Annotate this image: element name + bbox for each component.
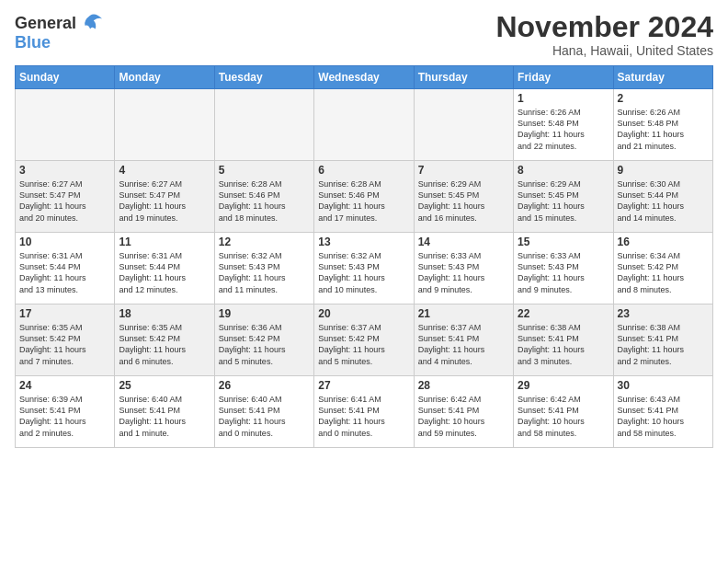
table-row: 8Sunrise: 6:29 AM Sunset: 5:45 PM Daylig… [514, 161, 613, 233]
table-row: 2Sunrise: 6:26 AM Sunset: 5:48 PM Daylig… [613, 89, 712, 161]
calendar-week-row: 17Sunrise: 6:35 AM Sunset: 5:42 PM Dayli… [16, 304, 713, 376]
day-info: Sunrise: 6:35 AM Sunset: 5:42 PM Dayligh… [19, 322, 110, 367]
table-row: 22Sunrise: 6:38 AM Sunset: 5:41 PM Dayli… [514, 304, 613, 376]
table-row: 30Sunrise: 6:43 AM Sunset: 5:41 PM Dayli… [613, 376, 712, 448]
day-number: 13 [318, 236, 409, 248]
day-number: 16 [618, 236, 709, 248]
table-row: 3Sunrise: 6:27 AM Sunset: 5:47 PM Daylig… [16, 161, 115, 233]
table-row [314, 89, 414, 161]
table-row: 16Sunrise: 6:34 AM Sunset: 5:42 PM Dayli… [613, 233, 712, 304]
day-number: 19 [219, 307, 310, 320]
day-info: Sunrise: 6:33 AM Sunset: 5:43 PM Dayligh… [418, 250, 509, 295]
table-row [16, 89, 115, 161]
header-monday: Monday [115, 66, 214, 89]
day-number: 29 [518, 379, 609, 392]
day-info: Sunrise: 6:30 AM Sunset: 5:44 PM Dayligh… [618, 178, 709, 224]
table-row: 25Sunrise: 6:40 AM Sunset: 5:41 PM Dayli… [115, 376, 214, 448]
table-row: 14Sunrise: 6:33 AM Sunset: 5:43 PM Dayli… [414, 233, 513, 304]
table-row: 28Sunrise: 6:42 AM Sunset: 5:41 PM Dayli… [414, 376, 513, 448]
day-number: 14 [418, 236, 509, 248]
table-row: 21Sunrise: 6:37 AM Sunset: 5:41 PM Dayli… [414, 304, 513, 376]
day-number: 10 [19, 236, 110, 248]
calendar-week-row: 1Sunrise: 6:26 AM Sunset: 5:48 PM Daylig… [16, 89, 713, 161]
day-info: Sunrise: 6:34 AM Sunset: 5:42 PM Dayligh… [618, 250, 709, 295]
day-info: Sunrise: 6:32 AM Sunset: 5:43 PM Dayligh… [219, 250, 310, 295]
logo-text-block: General Blue [15, 11, 104, 52]
day-info: Sunrise: 6:42 AM Sunset: 5:41 PM Dayligh… [518, 394, 609, 439]
day-number: 2 [618, 92, 709, 105]
table-row: 11Sunrise: 6:31 AM Sunset: 5:44 PM Dayli… [115, 233, 214, 304]
table-row: 29Sunrise: 6:42 AM Sunset: 5:41 PM Dayli… [514, 376, 613, 448]
day-info: Sunrise: 6:43 AM Sunset: 5:41 PM Dayligh… [618, 394, 709, 439]
location: Hana, Hawaii, United States [495, 43, 713, 58]
day-info: Sunrise: 6:31 AM Sunset: 5:44 PM Dayligh… [119, 250, 210, 295]
day-info: Sunrise: 6:40 AM Sunset: 5:41 PM Dayligh… [119, 394, 210, 439]
month-title: November 2024 [495, 11, 713, 43]
day-number: 12 [219, 236, 310, 248]
calendar-week-row: 3Sunrise: 6:27 AM Sunset: 5:47 PM Daylig… [16, 161, 713, 233]
day-info: Sunrise: 6:28 AM Sunset: 5:46 PM Dayligh… [318, 178, 409, 224]
table-row: 17Sunrise: 6:35 AM Sunset: 5:42 PM Dayli… [16, 304, 115, 376]
main-container: General Blue November 2024 Hana, Hawaii,… [0, 0, 728, 455]
day-info: Sunrise: 6:38 AM Sunset: 5:41 PM Dayligh… [518, 322, 609, 367]
logo-general: General [15, 15, 76, 33]
header-tuesday: Tuesday [214, 66, 313, 89]
day-info: Sunrise: 6:29 AM Sunset: 5:45 PM Dayligh… [418, 178, 509, 224]
header-sunday: Sunday [16, 66, 115, 89]
day-number: 30 [618, 379, 709, 392]
weekday-header-row: Sunday Monday Tuesday Wednesday Thursday… [16, 66, 713, 89]
title-block: November 2024 Hana, Hawaii, United State… [495, 11, 713, 58]
day-info: Sunrise: 6:33 AM Sunset: 5:43 PM Dayligh… [518, 250, 609, 295]
table-row: 26Sunrise: 6:40 AM Sunset: 5:41 PM Dayli… [214, 376, 313, 448]
header-thursday: Thursday [414, 66, 513, 89]
table-row: 15Sunrise: 6:33 AM Sunset: 5:43 PM Dayli… [514, 233, 613, 304]
day-info: Sunrise: 6:36 AM Sunset: 5:42 PM Dayligh… [219, 322, 310, 367]
day-number: 23 [618, 307, 709, 320]
day-info: Sunrise: 6:28 AM Sunset: 5:46 PM Dayligh… [219, 178, 310, 224]
day-number: 21 [418, 307, 509, 320]
header-wednesday: Wednesday [314, 66, 414, 89]
table-row: 20Sunrise: 6:37 AM Sunset: 5:42 PM Dayli… [314, 304, 414, 376]
day-info: Sunrise: 6:26 AM Sunset: 5:48 PM Dayligh… [518, 107, 609, 152]
day-info: Sunrise: 6:27 AM Sunset: 5:47 PM Dayligh… [19, 178, 110, 224]
table-row: 6Sunrise: 6:28 AM Sunset: 5:46 PM Daylig… [314, 161, 414, 233]
day-number: 7 [418, 164, 509, 177]
logo: General Blue [15, 11, 104, 52]
day-info: Sunrise: 6:39 AM Sunset: 5:41 PM Dayligh… [19, 394, 110, 439]
day-number: 5 [219, 164, 310, 177]
day-info: Sunrise: 6:35 AM Sunset: 5:42 PM Dayligh… [119, 322, 210, 367]
day-info: Sunrise: 6:27 AM Sunset: 5:47 PM Dayligh… [119, 178, 210, 224]
table-row: 19Sunrise: 6:36 AM Sunset: 5:42 PM Dayli… [214, 304, 313, 376]
day-number: 4 [119, 164, 210, 177]
table-row [414, 89, 513, 161]
table-row: 13Sunrise: 6:32 AM Sunset: 5:43 PM Dayli… [314, 233, 414, 304]
day-number: 28 [418, 379, 509, 392]
day-number: 25 [119, 379, 210, 392]
day-number: 24 [19, 379, 110, 392]
day-number: 11 [119, 236, 210, 248]
calendar-table: Sunday Monday Tuesday Wednesday Thursday… [15, 65, 713, 448]
table-row: 1Sunrise: 6:26 AM Sunset: 5:48 PM Daylig… [514, 89, 613, 161]
day-info: Sunrise: 6:26 AM Sunset: 5:48 PM Dayligh… [618, 107, 709, 152]
table-row: 27Sunrise: 6:41 AM Sunset: 5:41 PM Dayli… [314, 376, 414, 448]
table-row: 18Sunrise: 6:35 AM Sunset: 5:42 PM Dayli… [115, 304, 214, 376]
header-saturday: Saturday [613, 66, 712, 89]
table-row: 5Sunrise: 6:28 AM Sunset: 5:46 PM Daylig… [214, 161, 313, 233]
day-number: 27 [318, 379, 409, 392]
day-number: 3 [19, 164, 110, 177]
table-row [214, 89, 313, 161]
day-info: Sunrise: 6:41 AM Sunset: 5:41 PM Dayligh… [318, 394, 409, 439]
calendar-week-row: 10Sunrise: 6:31 AM Sunset: 5:44 PM Dayli… [16, 233, 713, 304]
table-row: 10Sunrise: 6:31 AM Sunset: 5:44 PM Dayli… [16, 233, 115, 304]
day-info: Sunrise: 6:37 AM Sunset: 5:42 PM Dayligh… [318, 322, 409, 367]
day-number: 6 [318, 164, 409, 177]
day-info: Sunrise: 6:38 AM Sunset: 5:41 PM Dayligh… [618, 322, 709, 367]
day-number: 1 [518, 92, 609, 105]
table-row: 12Sunrise: 6:32 AM Sunset: 5:43 PM Dayli… [214, 233, 313, 304]
day-number: 18 [119, 307, 210, 320]
day-number: 15 [518, 236, 609, 248]
day-info: Sunrise: 6:37 AM Sunset: 5:41 PM Dayligh… [418, 322, 509, 367]
day-info: Sunrise: 6:31 AM Sunset: 5:44 PM Dayligh… [19, 250, 110, 295]
day-info: Sunrise: 6:40 AM Sunset: 5:41 PM Dayligh… [219, 394, 310, 439]
table-row: 4Sunrise: 6:27 AM Sunset: 5:47 PM Daylig… [115, 161, 214, 233]
